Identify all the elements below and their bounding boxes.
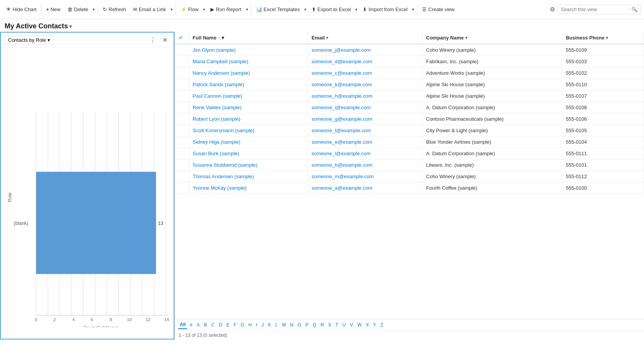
alpha-btn-a[interactable]: A: [195, 321, 202, 329]
row-fullname-4[interactable]: Paul Cannon (sample): [189, 90, 307, 102]
chart-close-button[interactable]: ✕: [160, 36, 170, 44]
row-fullname-6[interactable]: Robert Lyon (sample): [189, 113, 307, 125]
row-email-3[interactable]: someone_k@example.com: [307, 79, 422, 90]
import-excel-caret[interactable]: ▾: [411, 5, 416, 13]
alpha-btn-o[interactable]: O: [296, 321, 303, 329]
fullname-filter-icon: ▾: [222, 35, 224, 41]
th-check[interactable]: ✓: [175, 32, 189, 44]
alpha-btn-g[interactable]: G: [239, 321, 246, 329]
delete-button[interactable]: Delete: [64, 5, 92, 14]
row-fullname-3[interactable]: Patrick Sands (sample): [189, 79, 307, 90]
alpha-btn-q[interactable]: Q: [311, 321, 318, 329]
alpha-btn-u[interactable]: U: [340, 321, 348, 329]
alpha-btn-j[interactable]: J: [260, 321, 266, 329]
row-email-10[interactable]: someone_b@example.com: [307, 159, 422, 171]
row-fullname-0[interactable]: Jim Glynn (sample): [189, 44, 307, 56]
row-fullname-2[interactable]: Nancy Anderson (sample): [189, 67, 307, 79]
chart-more-button[interactable]: ⋮: [147, 36, 158, 44]
row-check-0[interactable]: [175, 44, 189, 56]
row-email-12[interactable]: someone_a@example.com: [307, 182, 422, 194]
row-check-11[interactable]: [175, 171, 189, 182]
excel-templates-caret[interactable]: ▾: [303, 5, 308, 13]
row-fullname-1[interactable]: Maria Campbell (sample): [189, 56, 307, 67]
alpha-btn-r[interactable]: R: [319, 321, 326, 329]
row-fullname-11[interactable]: Thomas Andersen (sample): [189, 171, 307, 182]
row-email-1[interactable]: someone_d@example.com: [307, 56, 422, 67]
row-fullname-10[interactable]: Susanna Stubberod (sample): [189, 159, 307, 171]
export-excel-button[interactable]: Export to Excel: [309, 5, 354, 14]
row-email-6[interactable]: someone_g@example.com: [307, 113, 422, 125]
alpha-btn-s[interactable]: S: [326, 321, 333, 329]
alpha-btn-n[interactable]: N: [288, 321, 296, 329]
alpha-btn-all[interactable]: All: [178, 321, 187, 329]
excel-templates-button[interactable]: Excel Templates: [253, 5, 303, 14]
th-phone[interactable]: Business Phone ▾: [562, 32, 644, 44]
row-check-6[interactable]: [175, 113, 189, 125]
refresh-button[interactable]: Refresh: [100, 5, 129, 14]
row-email-5[interactable]: someone_i@example.com: [307, 102, 422, 113]
alpha-btn-l[interactable]: L: [273, 321, 280, 329]
create-view-button[interactable]: Create view: [419, 5, 458, 14]
row-email-9[interactable]: someone_l@example.com: [307, 148, 422, 159]
alpha-btn-i[interactable]: I: [254, 321, 259, 329]
row-check-10[interactable]: [175, 159, 189, 171]
row-check-1[interactable]: [175, 56, 189, 67]
row-check-5[interactable]: [175, 102, 189, 113]
email-link-caret[interactable]: ▾: [169, 5, 174, 13]
alpha-btn-h[interactable]: H: [246, 321, 254, 329]
alpha-btn-c[interactable]: C: [209, 321, 217, 329]
row-email-2[interactable]: someone_c@example.com: [307, 67, 422, 79]
alpha-btn-z[interactable]: Z: [378, 321, 385, 329]
row-check-4[interactable]: [175, 90, 189, 102]
alpha-btn-p[interactable]: P: [304, 321, 310, 329]
th-fullname[interactable]: Full Name ↑ ▾: [189, 32, 307, 44]
row-check-7[interactable]: [175, 125, 189, 136]
new-button[interactable]: New: [43, 5, 64, 14]
th-company[interactable]: Company Name ▾: [422, 32, 562, 44]
search-input[interactable]: [561, 7, 630, 12]
run-report-caret[interactable]: ▾: [245, 5, 250, 13]
alpha-btn-t[interactable]: T: [334, 321, 340, 329]
row-email-0[interactable]: someone_j@example.com: [307, 44, 422, 56]
flow-caret[interactable]: ▾: [202, 5, 207, 13]
filter-icon-button[interactable]: ⚙: [548, 4, 557, 15]
alpha-btn-d[interactable]: D: [217, 321, 224, 329]
chart-title-button[interactable]: Contacts by Role ▾: [5, 36, 54, 44]
row-fullname-12[interactable]: Yvonne McKay (sample): [189, 182, 307, 194]
table-row: Paul Cannon (sample) someone_h@example.c…: [175, 90, 644, 102]
row-fullname-8[interactable]: Sidney Higa (sample): [189, 136, 307, 148]
import-excel-button[interactable]: Import from Excel: [360, 5, 411, 14]
alpha-btn-y[interactable]: Y: [371, 321, 378, 329]
row-check-2[interactable]: [175, 67, 189, 79]
alpha-btn-v[interactable]: V: [348, 321, 355, 329]
th-email[interactable]: Email ▾: [307, 32, 422, 44]
row-check-8[interactable]: [175, 136, 189, 148]
row-email-4[interactable]: someone_h@example.com: [307, 90, 422, 102]
row-fullname-9[interactable]: Susan Burk (sample): [189, 148, 307, 159]
alpha-btn-e[interactable]: E: [224, 321, 231, 329]
alpha-btn-w[interactable]: W: [355, 321, 363, 329]
alpha-btn-b[interactable]: B: [202, 321, 209, 329]
alpha-btn-f[interactable]: F: [232, 321, 238, 329]
row-check-3[interactable]: [175, 79, 189, 90]
page-title-caret-icon[interactable]: ▾: [69, 24, 72, 29]
row-email-8[interactable]: someone_e@example.com: [307, 136, 422, 148]
alpha-btn-k[interactable]: K: [266, 321, 273, 329]
sep1: [41, 5, 41, 14]
row-company-2: Adventure Works (sample): [422, 67, 562, 79]
alpha-btn-#[interactable]: #: [188, 321, 194, 329]
row-fullname-5[interactable]: Rene Valdes (sample): [189, 102, 307, 113]
email-link-button[interactable]: Email a Link: [130, 5, 169, 14]
run-report-button[interactable]: Run Report: [207, 5, 244, 14]
delete-caret[interactable]: ▾: [91, 5, 96, 13]
row-fullname-7[interactable]: Scott Konersmann (sample): [189, 125, 307, 136]
export-excel-caret[interactable]: ▾: [354, 5, 359, 13]
alpha-btn-m[interactable]: M: [280, 321, 288, 329]
alpha-btn-x[interactable]: X: [364, 321, 371, 329]
hide-chart-button[interactable]: Hide Chart: [3, 5, 39, 14]
row-check-9[interactable]: [175, 148, 189, 159]
row-email-11[interactable]: someone_m@example.com: [307, 171, 422, 182]
row-email-7[interactable]: someone_f@example.com: [307, 125, 422, 136]
flow-button[interactable]: Flow: [177, 5, 202, 14]
row-check-12[interactable]: [175, 182, 189, 194]
